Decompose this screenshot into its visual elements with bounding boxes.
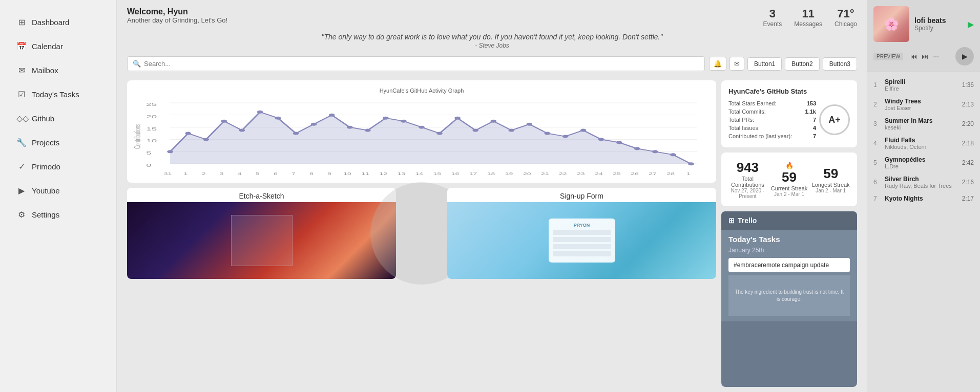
- svg-point-34: [562, 135, 569, 138]
- more-options-button[interactable]: ···: [933, 52, 939, 60]
- sidebar-label-primodo: Primodo: [32, 162, 60, 171]
- stat-stars: Total Stars Earned: 153: [728, 99, 816, 107]
- sidebar-item-youtube[interactable]: ▶ Youtube: [4, 180, 112, 202]
- header-stats: 3 Events 11 Messages 71° Chicago: [763, 7, 857, 28]
- svg-text:25: 25: [613, 171, 621, 176]
- sidebar-item-projects[interactable]: 🔧 Projects: [4, 132, 112, 154]
- music-track-item[interactable]: 5 Gymnopédies L.Dre 2:42: [867, 153, 980, 172]
- svg-text:5: 5: [256, 171, 260, 176]
- spotify-icon: ▶: [968, 19, 974, 29]
- button1[interactable]: Button1: [747, 57, 782, 71]
- svg-text:28: 28: [666, 171, 675, 176]
- grade-circle: A+: [819, 104, 850, 135]
- music-track-item[interactable]: 1 Spirelli Ellfire 1:36: [867, 75, 980, 95]
- sidebar-item-settings[interactable]: ⚙ Settings: [4, 204, 112, 226]
- temperature: 71°: [835, 7, 857, 20]
- svg-point-35: [580, 129, 587, 132]
- total-contributions-num: 943: [728, 160, 767, 176]
- sidebar-item-calendar[interactable]: 📅 Calendar: [4, 35, 112, 57]
- github-activity-chart: 25 20 15 10 5 0: [134, 97, 709, 176]
- music-track-item[interactable]: 2 Windy Trees Jost Esser 2:13: [867, 95, 980, 114]
- track-artist: Ellfire: [885, 85, 958, 92]
- music-track-item[interactable]: 3 Summer In Mars keseki 2:20: [867, 114, 980, 134]
- svg-text:16: 16: [451, 171, 460, 176]
- track-number: 7: [873, 195, 881, 202]
- music-track-item[interactable]: 6 Silver Birch Rudy Raw, Beats for Trees…: [867, 172, 980, 192]
- svg-text:1: 1: [686, 171, 691, 176]
- tasks-icon: ☑: [16, 90, 27, 99]
- svg-point-27: [436, 132, 443, 135]
- search-input[interactable]: [144, 60, 699, 68]
- music-player-card: 🌸 lofi beats Spotify ▶ PREVIEW ⏮ ⏭ ··· ▶: [867, 0, 980, 72]
- svg-point-23: [365, 129, 371, 132]
- svg-text:7: 7: [291, 171, 296, 176]
- svg-point-13: [185, 132, 191, 135]
- header: Welcome, Hyun Another day of Grinding, L…: [117, 0, 867, 52]
- notification-button[interactable]: 🔔: [709, 57, 726, 71]
- stat-contributed: Contributed to (last year): 7: [728, 132, 816, 140]
- longest-streak-date: Jan 2 - Mar 1: [811, 188, 850, 193]
- sidebar-item-tasks[interactable]: ☑ Today's Tasks: [4, 83, 112, 105]
- streak-card: 943 Total Contributions Nov 27, 2020 - P…: [721, 153, 857, 206]
- button2[interactable]: Button2: [785, 57, 819, 71]
- svg-text:Days: Days: [424, 176, 444, 176]
- track-name: Silver Birch: [885, 176, 958, 183]
- prev-track-button[interactable]: ⏮: [910, 52, 918, 60]
- music-track-item[interactable]: 7 Kyoto Nights 2:17: [867, 192, 980, 205]
- svg-text:21: 21: [541, 171, 549, 176]
- svg-text:2: 2: [202, 171, 206, 176]
- stars-value: 153: [807, 100, 816, 106]
- next-track-button[interactable]: ⏭: [922, 52, 929, 60]
- trello-header: ⊞ Trello: [721, 211, 857, 230]
- svg-text:14: 14: [415, 171, 424, 176]
- form-row-3: [553, 244, 611, 249]
- track-name: Fluid Falls: [885, 137, 958, 144]
- play-button[interactable]: ▶: [955, 47, 974, 66]
- github-icon: ◇◇: [16, 114, 27, 123]
- sidebar-label-tasks: Today's Tasks: [32, 90, 79, 99]
- search-input-wrap[interactable]: 🔍: [127, 56, 705, 71]
- track-info: Spirelli Ellfire: [885, 78, 958, 92]
- current-streak-num: 59: [771, 169, 808, 185]
- stat-commits: Total Commits: 1.1k: [728, 107, 816, 116]
- svg-point-21: [329, 114, 335, 117]
- track-name: Gymnopédies: [885, 156, 958, 163]
- svg-point-22: [347, 126, 353, 129]
- sidebar-item-mailbox[interactable]: ✉ Mailbox: [4, 59, 112, 81]
- trello-card: ⊞ Trello Today's Tasks January 25th #emb…: [721, 211, 857, 387]
- trello-tasks-title: Today's Tasks: [728, 235, 850, 244]
- button3[interactable]: Button3: [823, 57, 857, 71]
- svg-text:0: 0: [146, 163, 151, 168]
- svg-text:6: 6: [274, 171, 278, 176]
- svg-point-17: [257, 111, 263, 114]
- etch-a-sketch-card[interactable]: Etch-a-Sketch: [127, 188, 396, 279]
- prs-value: 7: [813, 117, 816, 123]
- mail-button[interactable]: ✉: [729, 57, 744, 71]
- svg-point-20: [311, 123, 317, 126]
- track-duration: 2:16: [962, 179, 974, 186]
- form-row-2: [553, 237, 611, 242]
- quote-author: - Steve Jobs: [475, 42, 509, 49]
- album-art-emoji: 🌸: [884, 17, 899, 31]
- signup-form-card[interactable]: Sign-up Form PRYON: [447, 188, 716, 279]
- svg-text:13: 13: [397, 171, 405, 176]
- svg-text:18: 18: [487, 171, 495, 176]
- stats-labels: Total Stars Earned: 153 Total Commits: 1…: [728, 99, 816, 140]
- prs-label: Total PRs:: [728, 117, 754, 123]
- track-number: 4: [873, 140, 881, 147]
- sidebar-label-mailbox: Mailbox: [32, 66, 58, 75]
- sidebar-item-github[interactable]: ◇◇ Github: [4, 107, 112, 129]
- svg-text:15: 15: [433, 171, 442, 176]
- etch-grid: [231, 215, 293, 266]
- messages-label: Messages: [794, 20, 822, 28]
- sidebar-item-dashboard[interactable]: ⊞ Dashboard: [4, 11, 112, 33]
- trello-image-area: The key ingredient to building trust is …: [728, 275, 850, 316]
- music-artist: Spotify: [914, 25, 963, 32]
- github-stats-title: HyunCafe's GitHub Stats: [728, 88, 850, 95]
- events-label: Events: [763, 20, 782, 28]
- sidebar-item-primodo[interactable]: ✓ Primodo: [4, 156, 112, 178]
- total-contributions-block: 943 Total Contributions Nov 27, 2020 - P…: [728, 160, 767, 199]
- weather-stat: 71° Chicago: [835, 7, 857, 28]
- city-label: Chicago: [835, 20, 857, 28]
- music-track-item[interactable]: 4 Fluid Falls Niklouds, Octeni 2:18: [867, 134, 980, 153]
